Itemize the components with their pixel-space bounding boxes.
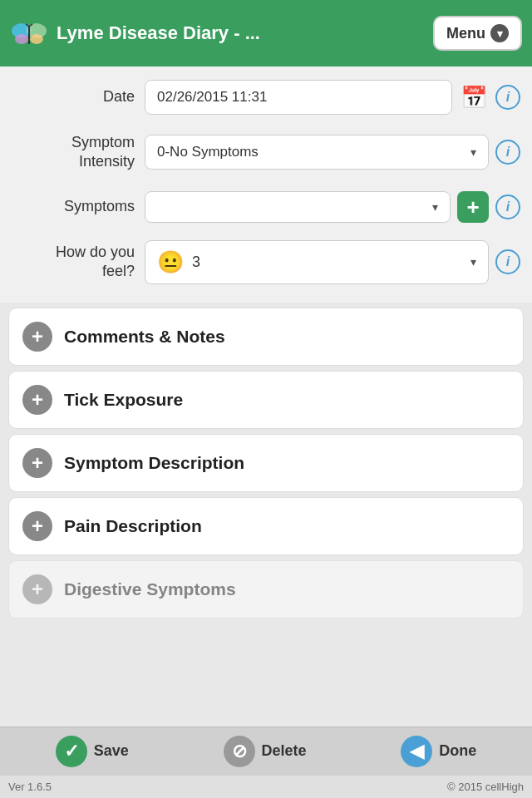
form-section: Date 02/26/2015 11:31 📅 i SymptomIntensi… (0, 66, 532, 303)
svg-point-3 (30, 34, 43, 44)
intensity-row: SymptomIntensity 0-No Symptoms ▾ i (12, 130, 520, 175)
version-bar: Ver 1.6.5 © 2015 cellHigh (0, 775, 532, 798)
menu-button[interactable]: Menu ▾ (433, 16, 522, 51)
symptoms-select[interactable]: ▾ (145, 191, 451, 223)
app-header: Lyme Disease Diary - ... Menu ▾ (0, 0, 532, 66)
symptom-desc-label: Symptom Description (64, 453, 244, 473)
symptoms-add-button[interactable]: + (457, 191, 489, 223)
feel-label: How do youfeel? (12, 243, 145, 282)
digestive-label: Digestive Symptoms (64, 579, 236, 599)
save-icon: ✓ (56, 736, 87, 767)
intensity-arrow-icon: ▾ (470, 145, 476, 159)
calendar-icon[interactable]: 📅 (459, 82, 489, 112)
date-value[interactable]: 02/26/2015 11:31 (145, 80, 452, 115)
app-logo (10, 14, 48, 52)
feel-select[interactable]: 😐 3 ▾ (145, 240, 489, 284)
intensity-control-wrap: 0-No Symptoms ▾ i (145, 135, 520, 170)
svg-point-2 (15, 34, 28, 44)
intensity-info-icon[interactable]: i (495, 140, 520, 165)
intensity-select[interactable]: 0-No Symptoms ▾ (145, 135, 489, 170)
copyright-text: © 2015 cellHigh (447, 781, 524, 793)
menu-chevron-icon: ▾ (490, 24, 509, 42)
symptom-desc-plus-icon: + (22, 448, 52, 478)
menu-label: Menu (446, 25, 485, 42)
pain-label: Pain Description (64, 516, 202, 536)
tick-plus-icon: + (22, 385, 52, 415)
save-label: Save (94, 742, 129, 760)
expandable-sections: + Comments & Notes + Tick Exposure + Sym… (0, 308, 532, 618)
delete-label: Delete (262, 742, 307, 760)
date-control-wrap: 02/26/2015 11:31 📅 i (145, 80, 520, 115)
feel-control-wrap: 😐 3 ▾ i (145, 240, 520, 284)
pain-plus-icon: + (22, 511, 52, 541)
feel-number: 3 (192, 254, 200, 271)
save-button[interactable]: ✓ Save (56, 736, 129, 767)
delete-icon: ⊘ (224, 736, 255, 767)
digestive-section[interactable]: + Digestive Symptoms (8, 560, 524, 618)
date-info-icon[interactable]: i (495, 85, 520, 110)
header-left: Lyme Disease Diary - ... (10, 14, 260, 52)
symptoms-info-icon[interactable]: i (495, 195, 520, 219)
date-row: Date 02/26/2015 11:31 📅 i (12, 75, 520, 120)
intensity-label: SymptomIntensity (12, 133, 145, 172)
comments-section[interactable]: + Comments & Notes (8, 308, 524, 366)
feel-arrow-icon: ▾ (470, 255, 476, 268)
feel-row: How do youfeel? 😐 3 ▾ i (12, 239, 520, 284)
symptoms-control-wrap: ▾ + i (145, 191, 520, 223)
comments-plus-icon: + (22, 322, 52, 352)
version-text: Ver 1.6.5 (8, 781, 52, 793)
date-label: Date (12, 87, 145, 106)
comments-label: Comments & Notes (64, 327, 225, 347)
tick-section[interactable]: + Tick Exposure (8, 371, 524, 429)
intensity-value: 0-No Symptoms (157, 144, 259, 160)
symptoms-row: Symptoms ▾ + i (12, 185, 520, 229)
pain-section[interactable]: + Pain Description (8, 497, 524, 555)
feel-info-icon[interactable]: i (495, 249, 520, 274)
feel-emoji-icon: 😐 (157, 249, 184, 275)
digestive-plus-icon: + (22, 574, 52, 604)
done-icon: ◀ (401, 736, 432, 767)
symptom-desc-section[interactable]: + Symptom Description (8, 434, 524, 492)
symptoms-arrow-icon: ▾ (432, 200, 438, 214)
tick-label: Tick Exposure (64, 390, 183, 410)
bottom-toolbar: ✓ Save ⊘ Delete ◀ Done (0, 727, 532, 775)
symptoms-label: Symptoms (12, 197, 145, 216)
done-label: Done (439, 742, 476, 760)
delete-button[interactable]: ⊘ Delete (224, 736, 307, 767)
app-title: Lyme Disease Diary - ... (57, 22, 260, 44)
done-button[interactable]: ◀ Done (401, 736, 476, 767)
